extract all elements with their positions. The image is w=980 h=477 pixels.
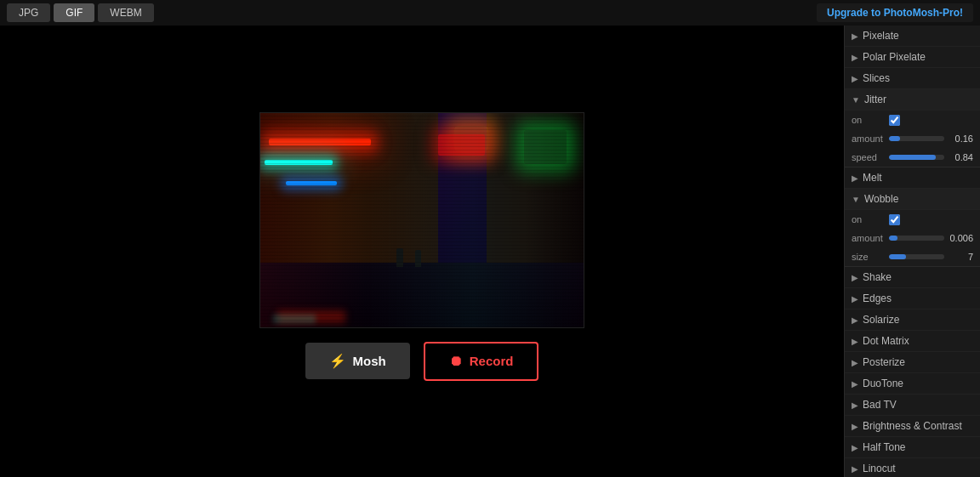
wobble-size-row: size 7 [845,247,980,266]
arrow-icon-posterize: ▶ [852,358,858,367]
jitter-speed-row: speed 0.84 [845,148,980,167]
sidebar-item-slices[interactable]: ▶ Slices [845,68,980,89]
mosh-label: Mosh [353,354,386,368]
wobble-controls: on amount 0.006 size 7 [845,210,980,267]
wobble-size-slider[interactable] [889,254,944,259]
sidebar-item-bad-tv[interactable]: ▶ Bad TV [845,395,980,416]
sidebar-item-posterize[interactable]: ▶ Posterize [845,352,980,373]
top-bar: JPG GIF WEBM Upgrade to PhotoMosh-Pro! [0,0,980,26]
scene [260,113,584,327]
sidebar-item-dot-matrix[interactable]: ▶ Dot Matrix [845,331,980,352]
arrow-icon-duotone: ▶ [852,379,858,389]
sidebar-label-polar-pixelate: Polar Pixelate [863,51,926,63]
arrow-icon-wobble: ▼ [852,195,860,204]
sidebar-label-wobble: Wobble [864,193,898,205]
upgrade-brand: PhotoMosh-Pro! [884,7,963,19]
arrow-icon-melt: ▶ [852,173,858,183]
mosh-button[interactable]: ⚡ Mosh [305,343,410,379]
jitter-controls: on amount 0.16 speed 0.84 [845,111,980,168]
jitter-amount-fill [889,136,900,141]
upgrade-text: Upgrade to [827,7,884,19]
jitter-speed-label: speed [852,152,886,162]
preview-image [259,112,584,328]
wobble-on-row: on [845,210,980,229]
jitter-on-label: on [852,115,886,125]
arrow-icon-jitter: ▼ [852,95,860,105]
sidebar-label-duotone: DuoTone [863,378,903,389]
sidebar-label-pixelate: Pixelate [863,30,899,42]
main-content: ⚡ Mosh ⏺ Record ▶ Pixelate ▶ Polar Pixel… [0,26,980,477]
sidebar-item-melt[interactable]: ▶ Melt [845,168,980,189]
arrow-icon-edges: ▶ [852,294,858,304]
arrow-icon-slices: ▶ [852,74,858,83]
wobble-amount-row: amount 0.006 [845,229,980,247]
sidebar-item-duotone[interactable]: ▶ DuoTone [845,373,980,395]
bottom-controls: ⚡ Mosh ⏺ Record [305,328,539,391]
scanlines [260,113,584,327]
sidebar-item-linocut[interactable]: ▶ Linocut [845,458,980,477]
tab-gif[interactable]: GIF [54,3,94,22]
wobble-size-label: size [852,252,886,262]
sidebar-label-dot-matrix: Dot Matrix [863,335,909,347]
wobble-amount-value: 0.006 [948,233,973,243]
bolt-icon: ⚡ [329,353,346,369]
arrow-icon-brightness-contrast: ▶ [852,422,858,431]
wobble-size-value: 7 [948,252,973,262]
sidebar-label-shake: Shake [863,271,892,283]
sidebar-label-melt: Melt [863,172,882,184]
sidebar-label-posterize: Posterize [863,356,905,368]
jitter-speed-fill [889,155,936,160]
sidebar-label-edges: Edges [863,292,892,304]
arrow-icon-linocut: ▶ [852,464,858,474]
sidebar-label-jitter: Jitter [864,94,886,105]
sidebar: ▶ Pixelate ▶ Polar Pixelate ▶ Slices ▼ J… [844,26,980,477]
tab-webm[interactable]: WEBM [98,3,153,22]
wobble-on-checkbox[interactable] [889,214,900,225]
arrow-icon-pixelate: ▶ [852,31,858,41]
jitter-speed-slider[interactable] [889,155,944,160]
arrow-icon-bad-tv: ▶ [852,400,858,410]
record-label: Record [470,354,514,368]
sidebar-label-bad-tv: Bad TV [863,399,897,411]
tab-jpg[interactable]: JPG [7,3,50,22]
wobble-amount-fill [889,236,897,241]
canvas-area: ⚡ Mosh ⏺ Record [0,26,844,477]
sidebar-item-brightness-contrast[interactable]: ▶ Brightness & Contrast [845,416,980,437]
sidebar-item-pixelate[interactable]: ▶ Pixelate [845,26,980,47]
sidebar-label-solarize: Solarize [863,314,899,326]
sidebar-item-polar-pixelate[interactable]: ▶ Polar Pixelate [845,47,980,68]
wobble-amount-label: amount [852,233,886,243]
jitter-amount-label: amount [852,133,886,144]
sidebar-label-brightness-contrast: Brightness & Contrast [863,420,962,432]
sidebar-label-half-tone: Half Tone [863,441,905,453]
jitter-on-checkbox[interactable] [889,115,900,126]
arrow-icon-half-tone: ▶ [852,443,858,452]
jitter-speed-value: 0.84 [948,152,973,162]
sidebar-item-half-tone[interactable]: ▶ Half Tone [845,437,980,458]
jitter-amount-row: amount 0.16 [845,129,980,148]
sidebar-label-linocut: Linocut [863,463,896,474]
arrow-icon-shake: ▶ [852,273,858,282]
arrow-icon-polar-pixelate: ▶ [852,53,858,62]
wobble-amount-slider[interactable] [889,236,944,241]
jitter-amount-slider[interactable] [889,136,944,141]
record-circle-icon: ⏺ [449,354,463,369]
wobble-on-label: on [852,214,886,224]
wobble-size-fill [889,254,906,259]
sidebar-label-slices: Slices [863,72,890,84]
sidebar-item-jitter[interactable]: ▼ Jitter [845,89,980,111]
arrow-icon-solarize: ▶ [852,315,858,325]
jitter-on-row: on [845,111,980,129]
sidebar-item-solarize[interactable]: ▶ Solarize [845,309,980,331]
arrow-icon-dot-matrix: ▶ [852,337,858,346]
sidebar-item-shake[interactable]: ▶ Shake [845,267,980,288]
record-button[interactable]: ⏺ Record [424,342,539,381]
sidebar-item-wobble[interactable]: ▼ Wobble [845,189,980,210]
jitter-amount-value: 0.16 [948,133,973,144]
upgrade-banner[interactable]: Upgrade to PhotoMosh-Pro! [817,3,973,22]
sidebar-item-edges[interactable]: ▶ Edges [845,288,980,309]
